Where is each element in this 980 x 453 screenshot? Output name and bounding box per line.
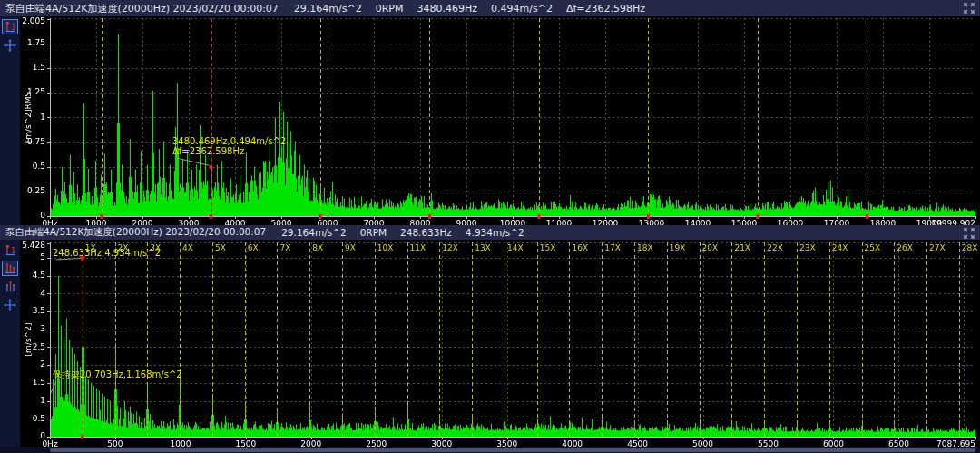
top-stat-cursor-freq: 3480.469Hz bbox=[416, 3, 477, 15]
expand-button[interactable] bbox=[963, 2, 975, 15]
top-stat-overall: 29.164m/s^2 bbox=[294, 3, 362, 15]
expand-icon bbox=[963, 227, 975, 240]
top-chart-header: 泵自由端4A/512K加速度(20000Hz) 2023/02/20 00:00… bbox=[0, 0, 980, 16]
top-chart-title: 泵自由端4A/512K加速度(20000Hz) 2023/02/20 00:00… bbox=[5, 2, 279, 15]
bottom-stat-cursor-freq: 248.633Hz bbox=[400, 227, 452, 238]
tool-single-cursor-button[interactable]: 1 bbox=[2, 19, 18, 34]
spectrum-chart-bottom[interactable] bbox=[20, 240, 980, 447]
horizontal-scrollbar-thumb[interactable] bbox=[50, 448, 975, 452]
bottom-stat-cursor-amp: 4.934m/s^2 bbox=[466, 227, 524, 238]
top-stat-cursor-amp: 0.494m/s^2 bbox=[491, 3, 553, 15]
tool-sideband-cursor-button[interactable] bbox=[2, 279, 18, 294]
top-stat-rpm: 0RPM bbox=[376, 3, 404, 15]
tool-move-button[interactable] bbox=[2, 297, 18, 312]
bottom-chart-header: 泵自由端4A/512K加速度(20000Hz) 2023/02/20 00:00… bbox=[0, 225, 980, 240]
svg-text:1: 1 bbox=[11, 247, 15, 255]
panel-top-spectrum: 泵自由端4A/512K加速度(20000Hz) 2023/02/20 00:00… bbox=[0, 0, 980, 225]
expand-button[interactable] bbox=[963, 227, 975, 240]
bottom-stat-rpm: 0RPM bbox=[360, 227, 387, 238]
bottom-chart-toolbar: 1 bbox=[0, 240, 20, 447]
top-stat-delta-f: Δf=2362.598Hz bbox=[566, 3, 645, 15]
tool-single-cursor-button[interactable]: 1 bbox=[2, 242, 18, 258]
bottom-stat-overall: 29.164m/s^2 bbox=[281, 227, 346, 238]
move-icon bbox=[4, 39, 16, 52]
tool-move-button[interactable] bbox=[2, 37, 18, 53]
panel-bottom-spectrum: 泵自由端4A/512K加速度(20000Hz) 2023/02/20 00:00… bbox=[0, 225, 980, 453]
horizontal-scrollbar-track bbox=[0, 447, 980, 453]
move-icon bbox=[4, 299, 16, 311]
tool-harmonic-cursor-button[interactable] bbox=[2, 261, 18, 276]
bottom-chart-title: 泵自由端4A/512K加速度(20000Hz) 2023/02/20 00:00… bbox=[5, 226, 266, 239]
sideband-cursor-icon bbox=[4, 280, 17, 293]
top-chart-toolbar: 1 bbox=[0, 16, 20, 225]
bottom-chart-body: 1 bbox=[0, 240, 980, 447]
top-chart-body: 1 bbox=[0, 16, 980, 225]
spectrum-chart-top[interactable] bbox=[20, 16, 980, 225]
harmonic-cursor-icon bbox=[4, 261, 17, 275]
single-cursor-icon: 1 bbox=[4, 243, 17, 257]
svg-text:1: 1 bbox=[11, 24, 15, 32]
single-cursor-icon: 1 bbox=[4, 20, 17, 34]
expand-icon bbox=[963, 2, 975, 15]
